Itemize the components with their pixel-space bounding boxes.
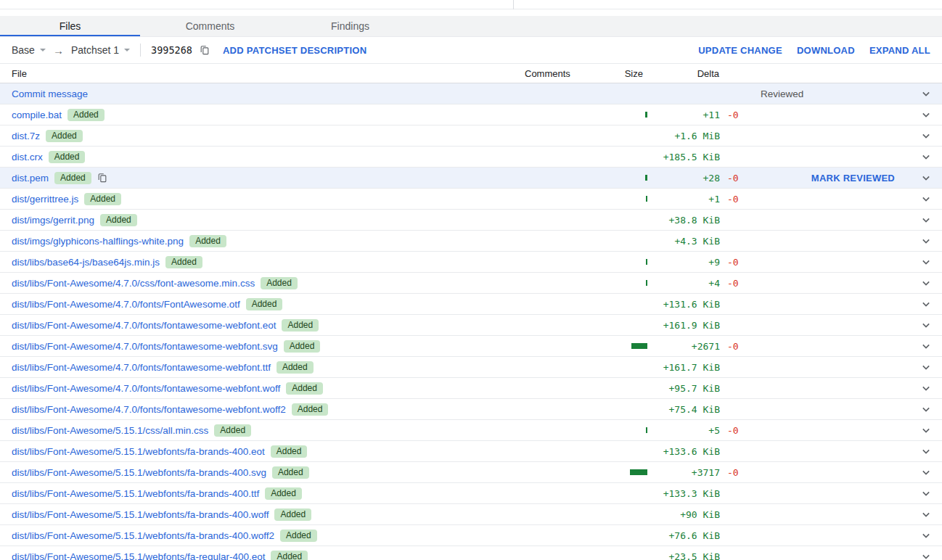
copy-sha-icon[interactable] <box>200 45 210 55</box>
file-row[interactable]: dist/libs/Font-Awesome/4.7.0/fonts/fonta… <box>0 315 942 336</box>
file-link[interactable]: dist/libs/Font-Awesome/4.7.0/fonts/fonta… <box>12 404 286 415</box>
delta-additions: +38.8 KiB <box>650 215 720 226</box>
file-row[interactable]: dist/libs/Font-Awesome/5.15.1/webfonts/f… <box>0 483 942 504</box>
expand-row-control[interactable] <box>910 189 942 209</box>
file-link[interactable]: Commit message <box>12 88 88 99</box>
file-row[interactable]: dist.pem Added +28 -0 MARK REVIEWED <box>0 168 942 189</box>
expand-row-control[interactable] <box>910 83 942 104</box>
file-row[interactable]: Commit message Reviewed <box>0 83 942 104</box>
delta-cell: +90 KiB <box>650 504 745 524</box>
file-row[interactable]: dist/libs/base64-js/base64js.min.js Adde… <box>0 252 942 273</box>
expand-row-control[interactable] <box>910 357 942 377</box>
update-change-button[interactable]: UPDATE CHANGE <box>698 45 782 56</box>
expand-row-control[interactable] <box>910 525 942 545</box>
expand-row-control[interactable] <box>910 294 942 314</box>
tab-files-label: Files <box>60 20 81 32</box>
file-link[interactable]: dist/libs/Font-Awesome/5.15.1/webfonts/f… <box>12 551 265 560</box>
file-link[interactable]: dist.7z <box>12 131 40 141</box>
expand-row-control[interactable] <box>910 147 942 167</box>
file-link[interactable]: dist/libs/Font-Awesome/4.7.0/fonts/fonta… <box>12 341 278 352</box>
expand-row-control[interactable] <box>910 273 942 293</box>
base-selector[interactable]: Base <box>12 44 46 56</box>
file-row[interactable]: dist/libs/Font-Awesome/5.15.1/webfonts/f… <box>0 504 942 525</box>
add-patchset-description-button[interactable]: ADD PATCHSET DESCRIPTION <box>223 45 366 56</box>
file-link[interactable]: compile.bat <box>12 110 62 120</box>
file-row[interactable]: dist/libs/Font-Awesome/4.7.0/fonts/fonta… <box>0 357 942 378</box>
expand-row-control[interactable] <box>910 125 942 146</box>
tab-comments[interactable]: Comments <box>140 16 280 36</box>
file-row[interactable]: dist/libs/Font-Awesome/5.15.1/webfonts/f… <box>0 546 942 560</box>
chevron-down-icon <box>919 339 933 353</box>
expand-row-control[interactable] <box>910 399 942 419</box>
tab-findings[interactable]: Findings <box>280 16 420 36</box>
action-cell <box>745 315 910 335</box>
file-row[interactable]: dist.crx Added +185.5 KiB <box>0 147 942 168</box>
file-row[interactable]: dist/imgs/glyphicons-halflings-white.png… <box>0 231 942 252</box>
file-link[interactable]: dist/libs/Font-Awesome/5.15.1/webfonts/f… <box>12 530 274 541</box>
status-chip-added: Added <box>282 319 319 332</box>
file-link[interactable]: dist/gerrittree.js <box>12 194 78 205</box>
tab-files[interactable]: Files <box>0 16 140 36</box>
comments-cell <box>491 231 578 251</box>
file-row[interactable]: dist/libs/Font-Awesome/4.7.0/fonts/FontA… <box>0 294 942 315</box>
action-cell <box>745 147 910 167</box>
file-row[interactable]: dist/gerrittree.js Added +1 -0 <box>0 189 942 210</box>
file-row[interactable]: dist/libs/Font-Awesome/4.7.0/fonts/fonta… <box>0 336 942 357</box>
delta-cell <box>650 83 745 104</box>
expand-row-control[interactable] <box>910 546 942 560</box>
expand-all-button[interactable]: EXPAND ALL <box>869 45 930 56</box>
delta-additions: +3717 <box>650 467 720 478</box>
expand-row-control[interactable] <box>910 315 942 335</box>
expand-row-control[interactable] <box>910 168 942 188</box>
file-row[interactable]: dist/libs/Font-Awesome/5.15.1/css/all.mi… <box>0 420 942 441</box>
expand-row-control[interactable] <box>910 210 942 230</box>
file-row[interactable]: dist/libs/Font-Awesome/5.15.1/webfonts/f… <box>0 462 942 483</box>
expand-row-control[interactable] <box>910 420 942 440</box>
expand-row-control[interactable] <box>910 104 942 125</box>
file-link[interactable]: dist.crx <box>12 152 43 162</box>
expand-row-control[interactable] <box>910 336 942 356</box>
file-row[interactable]: dist/libs/Font-Awesome/5.15.1/webfonts/f… <box>0 525 942 546</box>
action-cell <box>745 399 910 419</box>
file-row[interactable]: dist/libs/Font-Awesome/5.15.1/webfonts/f… <box>0 441 942 462</box>
file-link[interactable]: dist/libs/Font-Awesome/5.15.1/webfonts/f… <box>12 488 259 499</box>
size-cell <box>578 315 650 335</box>
copy-path-icon[interactable] <box>97 173 107 183</box>
file-link[interactable]: dist/libs/base64-js/base64js.min.js <box>12 257 160 268</box>
file-link[interactable]: dist/libs/Font-Awesome/4.7.0/fonts/fonta… <box>12 362 271 373</box>
expand-row-control[interactable] <box>910 504 942 524</box>
file-link[interactable]: dist/libs/Font-Awesome/4.7.0/fonts/FontA… <box>12 299 240 310</box>
file-link[interactable]: dist/libs/Font-Awesome/5.15.1/webfonts/f… <box>12 446 265 457</box>
file-row[interactable]: dist.7z Added +1.6 MiB <box>0 125 942 147</box>
file-row[interactable]: dist/libs/Font-Awesome/4.7.0/css/font-aw… <box>0 273 942 294</box>
status-chip-added: Added <box>84 193 121 205</box>
file-row[interactable]: dist/libs/Font-Awesome/4.7.0/fonts/fonta… <box>0 378 942 399</box>
file-row[interactable]: dist/imgs/gerrit.png Added +38.8 KiB <box>0 210 942 231</box>
mark-reviewed-button[interactable]: MARK REVIEWED <box>811 173 895 184</box>
download-button[interactable]: DOWNLOAD <box>797 45 855 56</box>
status-chip-added: Added <box>246 298 283 310</box>
file-row[interactable]: dist/libs/Font-Awesome/4.7.0/fonts/fonta… <box>0 399 942 420</box>
action-cell <box>745 378 910 398</box>
file-link[interactable]: dist/libs/Font-Awesome/4.7.0/fonts/fonta… <box>12 383 280 394</box>
expand-row-control[interactable] <box>910 483 942 503</box>
delta-cell: +3717 -0 <box>650 462 745 482</box>
file-link[interactable]: dist/libs/Font-Awesome/4.7.0/fonts/fonta… <box>12 320 276 331</box>
file-link[interactable]: dist/libs/Font-Awesome/5.15.1/css/all.mi… <box>12 425 208 436</box>
file-link[interactable]: dist.pem <box>12 173 49 184</box>
expand-row-control[interactable] <box>910 252 942 272</box>
expand-row-control[interactable] <box>910 231 942 251</box>
file-link[interactable]: dist/imgs/gerrit.png <box>12 215 94 226</box>
file-link[interactable]: dist/libs/Font-Awesome/5.15.1/webfonts/f… <box>12 509 269 520</box>
patchset-selector[interactable]: Patchset 1 <box>71 44 130 56</box>
delta-cell: +161.7 KiB <box>650 357 745 377</box>
expand-row-control[interactable] <box>910 441 942 461</box>
file-link[interactable]: dist/libs/Font-Awesome/4.7.0/css/font-aw… <box>12 278 255 289</box>
file-link[interactable]: dist/libs/Font-Awesome/5.15.1/webfonts/f… <box>12 467 266 478</box>
expand-row-control[interactable] <box>910 462 942 482</box>
file-link[interactable]: dist/imgs/glyphicons-halflings-white.png <box>12 236 184 247</box>
delta-additions: +4 <box>650 278 720 289</box>
file-row[interactable]: compile.bat Added +11 -0 <box>0 104 942 125</box>
expand-row-control[interactable] <box>910 378 942 398</box>
delta-cell: +4 -0 <box>650 273 745 293</box>
